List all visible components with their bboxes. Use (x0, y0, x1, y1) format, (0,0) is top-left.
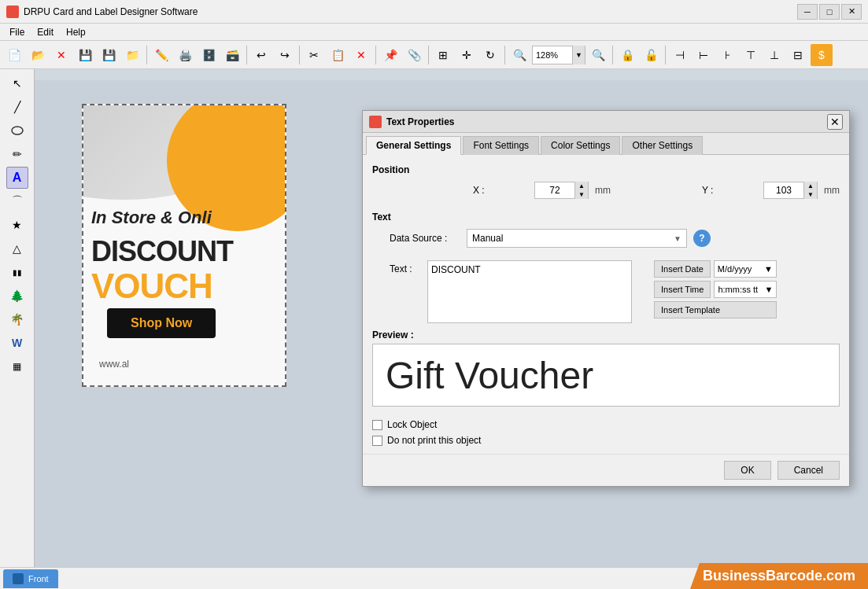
folder-button[interactable]: 📁 (121, 44, 143, 66)
delete-button[interactable]: ✕ (350, 44, 372, 66)
lock-btn[interactable]: 🔒 (616, 44, 638, 66)
time-format-value: h:mm:ss tt (718, 285, 758, 294)
close-button[interactable]: ✕ (841, 4, 862, 20)
insert-template-button[interactable]: Insert Template (654, 301, 777, 318)
edit-btn[interactable]: ✏️ (150, 44, 172, 66)
x-value-input[interactable] (535, 185, 574, 196)
zoom-out-button[interactable]: 🔍 (587, 44, 609, 66)
cut-button[interactable]: ✂ (303, 44, 325, 66)
lock-object-row: Lock Object (372, 419, 840, 430)
tool-select[interactable]: ↖ (6, 72, 28, 94)
tab-color-settings[interactable]: Color Settings (541, 136, 620, 155)
time-format-select[interactable]: h:mm:ss tt ▼ (714, 281, 777, 298)
lock-object-checkbox[interactable] (372, 420, 382, 430)
menu-file[interactable]: File (3, 25, 31, 39)
maximize-button[interactable]: □ (819, 4, 840, 20)
tool-line[interactable]: ╱ (6, 96, 28, 118)
zoom-dropdown-arrow[interactable]: ▼ (572, 46, 585, 64)
align-left-btn[interactable]: ⊣ (669, 44, 691, 66)
card-title-text: In Store & Onli (91, 208, 212, 228)
text-properties-dialog: Text Properties ✕ General Settings Font … (362, 110, 850, 487)
date-format-select[interactable]: M/d/yyyy ▼ (714, 260, 777, 278)
move-button[interactable]: ✛ (456, 44, 478, 66)
tool-ellipse[interactable] (6, 120, 28, 142)
x-spin-up[interactable]: ▲ (575, 182, 588, 190)
rotate-button[interactable]: ↻ (479, 44, 501, 66)
tab-other-settings[interactable]: Other Settings (622, 136, 703, 155)
new-button[interactable]: 📄 (3, 44, 25, 66)
align-right-btn[interactable]: ⊦ (716, 44, 738, 66)
insert-time-button[interactable]: Insert Time (654, 281, 711, 298)
zoom-in-button[interactable]: 🔍 (508, 44, 530, 66)
tool-image1[interactable]: 🌲 (6, 285, 28, 307)
no-print-row: Do not print this object (372, 435, 840, 446)
tab-font-settings[interactable]: Font Settings (463, 136, 539, 155)
align-top-btn[interactable]: ⊤ (740, 44, 762, 66)
undo-button[interactable]: ↩ (250, 44, 272, 66)
lock-object-label: Lock Object (387, 419, 437, 430)
paste2-button[interactable]: 📎 (403, 44, 425, 66)
toolbar: 📄 📂 ✕ 💾 💾 📁 ✏️ 🖨️ 🗄️ 🗃️ ↩ ↪ ✂ 📋 ✕ 📌 📎 ⊞ … (0, 41, 868, 69)
cancel-button[interactable]: Cancel (778, 461, 840, 480)
x-spin-down[interactable]: ▼ (575, 190, 588, 199)
print-button[interactable]: 🖨️ (174, 44, 196, 66)
date-format-arrow: ▼ (764, 264, 773, 274)
y-value-input[interactable] (764, 185, 803, 196)
menu-edit[interactable]: Edit (31, 25, 60, 39)
insert-date-button[interactable]: Insert Date (654, 260, 711, 278)
datasource-select[interactable]: Manual ▼ (467, 229, 687, 248)
x-spin-arrows: ▲ ▼ (574, 182, 588, 199)
x-unit: mm (595, 185, 611, 196)
tab-general-settings[interactable]: General Settings (366, 136, 461, 155)
minimize-button[interactable]: ─ (797, 4, 818, 20)
redo-button[interactable]: ↪ (274, 44, 296, 66)
dialog-close-button[interactable]: ✕ (827, 114, 843, 130)
lock2-btn[interactable]: 🔓 (640, 44, 662, 66)
db2-button[interactable]: 🗃️ (221, 44, 243, 66)
text-input[interactable]: DISCOUNT (427, 260, 632, 323)
close-doc-button[interactable]: ✕ (50, 44, 72, 66)
dollar-btn[interactable]: $ (811, 44, 833, 66)
db-button[interactable]: 🗄️ (198, 44, 220, 66)
tool-wordart[interactable]: W (6, 332, 28, 354)
tool-text[interactable]: A (6, 167, 28, 189)
help-button[interactable]: ? (693, 230, 711, 247)
toolbar-sep-7 (612, 46, 613, 64)
paste-button[interactable]: 📌 (379, 44, 401, 66)
y-spin-down[interactable]: ▼ (804, 190, 817, 199)
grid-button[interactable]: ⊞ (432, 44, 454, 66)
align-mid-btn[interactable]: ⊥ (763, 44, 785, 66)
open-button[interactable]: 📂 (27, 44, 49, 66)
tool-star[interactable]: ★ (6, 214, 28, 236)
align-bottom-btn[interactable]: ⊟ (787, 44, 809, 66)
toolbar-sep-1 (146, 46, 147, 64)
ok-button[interactable]: OK (724, 461, 770, 480)
dialog-footer: OK Cancel (363, 454, 849, 486)
front-tab[interactable]: Front (3, 569, 58, 588)
zoom-control[interactable]: ▼ (532, 46, 585, 64)
datasource-label: Data Source : (390, 233, 460, 244)
y-unit: mm (824, 185, 840, 196)
datasource-value: Manual (472, 233, 503, 244)
no-print-checkbox[interactable] (372, 436, 382, 446)
tool-curve[interactable]: ⌒ (6, 190, 28, 212)
y-spin-up[interactable]: ▲ (804, 182, 817, 190)
dialog-title-text: Text Properties (386, 116, 454, 127)
tool-barcode[interactable]: ▮▮ (6, 261, 28, 283)
save-as-button[interactable]: 💾 (98, 44, 120, 66)
menu-help[interactable]: Help (60, 25, 92, 39)
tool-pattern[interactable]: ▦ (6, 355, 28, 377)
zoom-input[interactable] (533, 50, 572, 60)
copy-button[interactable]: 📋 (327, 44, 349, 66)
x-spinbox[interactable]: ▲ ▼ (534, 182, 589, 199)
menu-bar: File Edit Help (0, 24, 868, 41)
app-title: DRPU Card and Label Designer Software (24, 6, 797, 17)
tool-image2[interactable]: 🌴 (6, 308, 28, 330)
tool-triangle[interactable]: △ (6, 237, 28, 260)
toolbar-sep-2 (246, 46, 247, 64)
align-center-btn[interactable]: ⊢ (693, 44, 715, 66)
save-button[interactable]: 💾 (74, 44, 96, 66)
toolbar-sep-4 (375, 46, 376, 64)
tool-pencil[interactable]: ✏ (6, 143, 28, 165)
y-spinbox[interactable]: ▲ ▼ (763, 182, 818, 199)
